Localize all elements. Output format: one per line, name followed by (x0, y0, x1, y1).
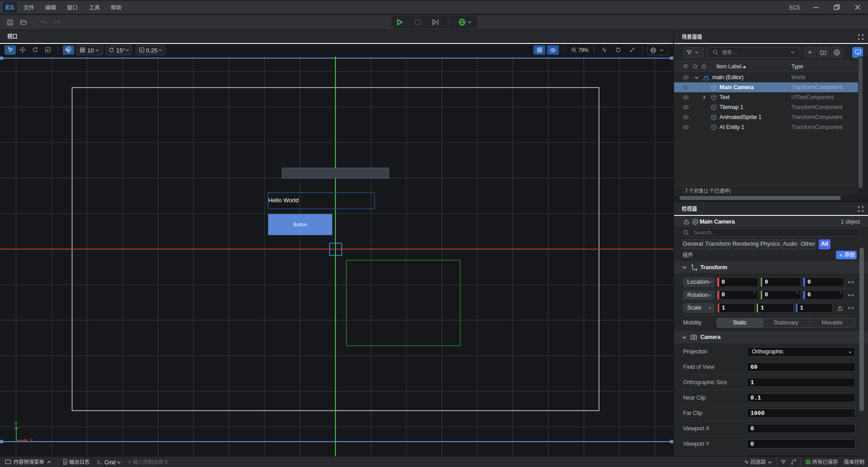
svg-text:Hello World: Hello World (269, 197, 299, 204)
svg-text:Y: Y (14, 422, 18, 427)
svg-text:X: X (30, 438, 33, 443)
svg-text:Button: Button (293, 222, 307, 227)
